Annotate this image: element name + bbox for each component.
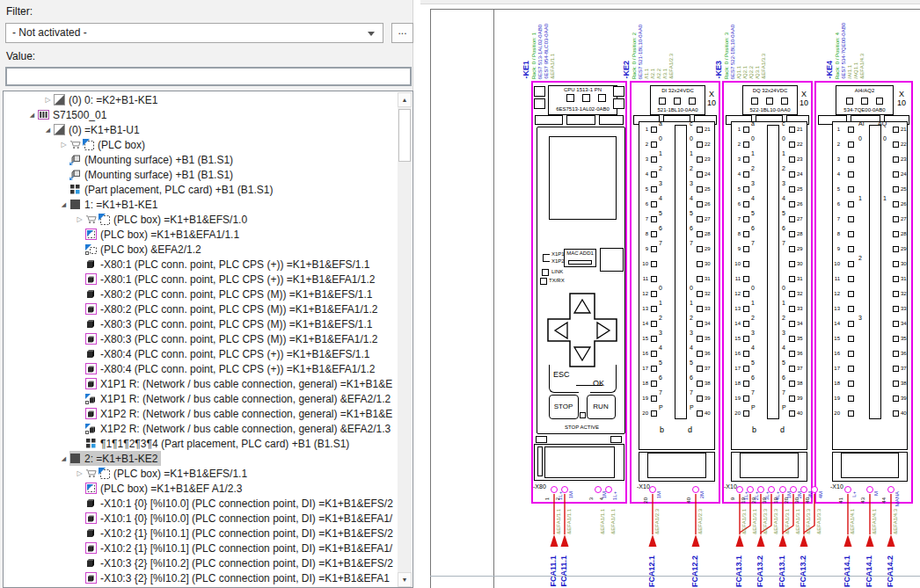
tree-item-content[interactable]: (PLC box) =K1+B1&EFA1/1.1 bbox=[85, 227, 243, 242]
expand-expander-icon[interactable]: ▷ bbox=[74, 212, 85, 227]
module-KE1[interactable]: CPU 1513-1 PN6ES7513-1AL02-0AB0X1P1X1P2M… bbox=[531, 81, 627, 504]
scroll-down-icon[interactable]: ▼ bbox=[398, 572, 412, 587]
tree-item[interactable]: -X80:2 (PLC conn. point, PLC CPS (M)) =K… bbox=[4, 287, 398, 301]
tree-item[interactable]: X1P1 R: (Network / bus cable connection,… bbox=[4, 391, 398, 406]
tree-item[interactable]: ▷(PLC box) =K1+B1&EFS/1.1 bbox=[4, 466, 398, 481]
tree-item-content[interactable]: (Mounting surface) +B1 (B1.S1) bbox=[69, 152, 237, 167]
tree-item[interactable]: -X10:3 {2} [%I10.2] (PLC connection poin… bbox=[4, 555, 398, 570]
terminal-circle[interactable] bbox=[768, 486, 775, 493]
tree-item-content[interactable]: (0) =K1+B1-U1 bbox=[54, 122, 143, 137]
tree-item[interactable]: ◢2: =K1+B1-KE2 bbox=[4, 451, 398, 466]
tree-item-content[interactable]: -X80:1 (PLC conn. point, PLC CPS (+)) =K… bbox=[85, 272, 379, 287]
terminal-circle[interactable] bbox=[551, 486, 558, 493]
tree-item-content[interactable]: -X10:3 {2} [%I10.2] (PLC connection poin… bbox=[85, 555, 397, 570]
tree-item[interactable]: -X10:1 {0} [%I10.0] (PLC connection poin… bbox=[4, 511, 398, 526]
module-KE2[interactable]: DI 32x24VDC521-1BL10-0AA0X101ac212002231… bbox=[630, 81, 720, 504]
tree-item[interactable]: -X10:1 {0} [%I10.0] (PLC connection poin… bbox=[4, 496, 398, 511]
tree-item-content[interactable]: -X80:1 (PLC conn. point, PLC CPS (+)) =K… bbox=[85, 257, 374, 272]
terminal-circle[interactable] bbox=[790, 486, 797, 493]
module-KE4[interactable]: AI4/AQ2534-7QE00-0AB0X101AIAQ21200223234… bbox=[814, 81, 913, 504]
tree-item-content[interactable]: X1P2 R: (Network / bus cable connection,… bbox=[85, 406, 396, 421]
tree-item[interactable]: -X80:3 (PLC conn. point, PLC CPS (M)) =K… bbox=[4, 316, 398, 331]
terminal-circle[interactable] bbox=[844, 486, 851, 493]
tree-item[interactable]: -X80:4 (PLC conn. point, PLC CPS (+)) =K… bbox=[4, 346, 398, 361]
terminal-circle[interactable] bbox=[757, 486, 764, 493]
tree-item-content[interactable]: X1P1 R: (Network / bus cable connection,… bbox=[85, 376, 396, 391]
terminal-circle[interactable] bbox=[605, 486, 612, 493]
tree-scrollbar[interactable]: ▲ ▼ bbox=[398, 92, 412, 587]
tree-item-content[interactable]: -X80:4 (PLC conn. point, PLC CPS (+)) =K… bbox=[85, 361, 379, 376]
tree-item-content[interactable]: -X80:3 (PLC conn. point, PLC CPS (M)) =K… bbox=[85, 331, 382, 346]
tree-item-content[interactable]: X1P2 R: (Network / bus cable connection,… bbox=[85, 421, 394, 436]
tree-item-content[interactable]: (Mounting surface) +B1 (B1.S1) bbox=[69, 167, 237, 182]
tree-item[interactable]: ◢1: =K1+B1-KE1 bbox=[4, 197, 398, 212]
filter-dropdown[interactable]: - Not activated - bbox=[5, 23, 383, 43]
scroll-up-icon[interactable]: ▲ bbox=[398, 92, 412, 107]
filter-browse-button[interactable]: ... bbox=[391, 23, 413, 43]
module-KE3[interactable]: DQ 32x24VDC522-1BL10-0AA0X101ac212002231… bbox=[722, 81, 813, 504]
terminal-circle[interactable] bbox=[747, 486, 754, 493]
tree-item[interactable]: X1P2 R: (Network / bus cable connection,… bbox=[4, 406, 398, 421]
tree-item[interactable]: X1P1 R: (Network / bus cable connection,… bbox=[4, 376, 398, 391]
tree-item-content[interactable]: 2: =K1+B1-KE2 bbox=[69, 451, 161, 466]
scrollbar-thumb[interactable] bbox=[398, 109, 411, 162]
tree-item-content[interactable]: -X80:4 (PLC conn. point, PLC CPS (+)) =K… bbox=[85, 346, 374, 361]
tree-item[interactable]: (Part placement, PLC card) +B1 (B1.S1) bbox=[4, 182, 398, 197]
terminal-circle[interactable] bbox=[561, 486, 568, 493]
collapse-expander-icon[interactable]: ◢ bbox=[42, 122, 54, 137]
tree-item-content[interactable]: (Part placement, PLC card) +B1 (B1.S1) bbox=[69, 182, 276, 197]
tree-item[interactable]: -X10:2 {1} [%I10.1] (PLC connection poin… bbox=[4, 526, 398, 541]
collapse-expander-icon[interactable]: ◢ bbox=[58, 451, 69, 466]
tree-item-content[interactable]: X1P1 R: (Network / bus cable connection,… bbox=[85, 391, 394, 406]
tree-item-content[interactable]: -X10:2 {1} [%I10.1] (PLC connection poin… bbox=[85, 526, 397, 541]
collapse-expander-icon[interactable]: ◢ bbox=[26, 107, 38, 122]
tree-item[interactable]: ▷(0) 0: =K2+B1-KE1 bbox=[4, 92, 398, 107]
tree-item-content[interactable]: -X80:2 (PLC conn. point, PLC CPS (M)) =K… bbox=[85, 287, 376, 301]
tree-item-content[interactable]: (PLC box) =K1+B1&EFS/1.0 bbox=[85, 212, 251, 227]
tree-item[interactable]: -X10:2 {1} [%I10.1] (PLC connection poin… bbox=[4, 541, 398, 555]
tree-item[interactable]: X1P2 R: (Network / bus cable connection,… bbox=[4, 421, 398, 436]
tree-item-content[interactable]: (PLC box) bbox=[69, 137, 149, 152]
tree-item[interactable]: -X10:3 {2} [%I10.2] (PLC connection poin… bbox=[4, 570, 398, 585]
tree-item[interactable]: -X80:1 (PLC conn. point, PLC CPS (+)) =K… bbox=[4, 257, 398, 272]
tree-item[interactable]: (Mounting surface) +B1 (B1.S1) bbox=[4, 167, 398, 182]
terminal-circle[interactable] bbox=[887, 486, 894, 493]
tree-item-content[interactable]: (PLC box) =K1+B1&EFS/1.1 bbox=[85, 466, 251, 481]
tree-item[interactable]: (PLC box) =K1+B1&EF A1/2.3 bbox=[4, 481, 398, 496]
tree-item[interactable]: ▷(PLC box) =K1+B1&EFS/1.0 bbox=[4, 212, 398, 227]
terminal-circle[interactable] bbox=[800, 486, 807, 493]
tree-item[interactable]: (PLC box) =K1+B1&EFA1/1.1 bbox=[4, 227, 398, 242]
tree-item-content[interactable]: (PLC box) &EFA2/1.2 bbox=[85, 242, 205, 257]
terminal-circle[interactable] bbox=[649, 486, 656, 493]
tree-item[interactable]: -X80:4 (PLC conn. point, PLC CPS (+)) =K… bbox=[4, 361, 398, 376]
dpad-control[interactable] bbox=[547, 293, 617, 367]
tree-item-content[interactable]: -X80:2 (PLC conn. point, PLC CPS (M)) =K… bbox=[85, 301, 382, 316]
tree-item[interactable]: ◢(0) =K1+B1-U1 bbox=[4, 122, 398, 137]
expand-expander-icon[interactable]: ▷ bbox=[58, 137, 69, 152]
tree-item[interactable]: ▷(PLC box) bbox=[4, 137, 398, 152]
terminal-circle[interactable] bbox=[736, 486, 743, 493]
value-input[interactable] bbox=[5, 67, 412, 86]
tree-item-content[interactable]: 1: =K1+B1-KE1 bbox=[69, 197, 161, 212]
tree-item-content[interactable]: -X10:3 {2} [%I10.2] (PLC connection poin… bbox=[85, 570, 393, 585]
terminal-circle[interactable] bbox=[866, 486, 873, 493]
tree-item[interactable]: ◢S71500_01 bbox=[4, 107, 398, 122]
expand-expander-icon[interactable]: ▷ bbox=[74, 466, 85, 481]
tree-item[interactable]: (PLC box) &EFA2/1.2 bbox=[4, 242, 398, 257]
tree-item[interactable]: -X80:3 (PLC conn. point, PLC CPS (M)) =K… bbox=[4, 331, 398, 346]
terminal-circle[interactable] bbox=[811, 486, 818, 493]
expand-expander-icon[interactable]: ▷ bbox=[42, 92, 54, 107]
collapse-expander-icon[interactable]: ◢ bbox=[58, 197, 69, 212]
terminal-circle[interactable] bbox=[595, 486, 602, 493]
terminal-circle[interactable] bbox=[779, 486, 786, 493]
tree-item-content[interactable]: ¶1¶1¶2¶3¶4 (Part placement, PLC card) +B… bbox=[85, 436, 353, 451]
tree-item[interactable]: -X80:1 (PLC conn. point, PLC CPS (+)) =K… bbox=[4, 272, 398, 287]
tree-item-content[interactable]: -X10:2 {1} [%I10.1] (PLC connection poin… bbox=[85, 541, 396, 555]
tree-item-content[interactable]: -X10:1 {0} [%I10.0] (PLC connection poin… bbox=[85, 496, 397, 511]
tree-item-content[interactable]: -X10:1 {0} [%I10.0] (PLC connection poin… bbox=[85, 511, 396, 526]
tree-item[interactable]: (Mounting surface) +B1 (B1.S1) bbox=[4, 152, 398, 167]
tree-item-content[interactable]: -X80:3 (PLC conn. point, PLC CPS (M)) =K… bbox=[85, 316, 376, 331]
tree-item[interactable]: ¶1¶1¶2¶3¶4 (Part placement, PLC card) +B… bbox=[4, 436, 398, 451]
schematic-canvas[interactable]: CPU 1513-1 PN6ES7513-1AL02-0AB0X1P1X1P2M… bbox=[420, 0, 920, 588]
tree-item-content[interactable]: (0) 0: =K2+B1-KE1 bbox=[54, 92, 161, 107]
